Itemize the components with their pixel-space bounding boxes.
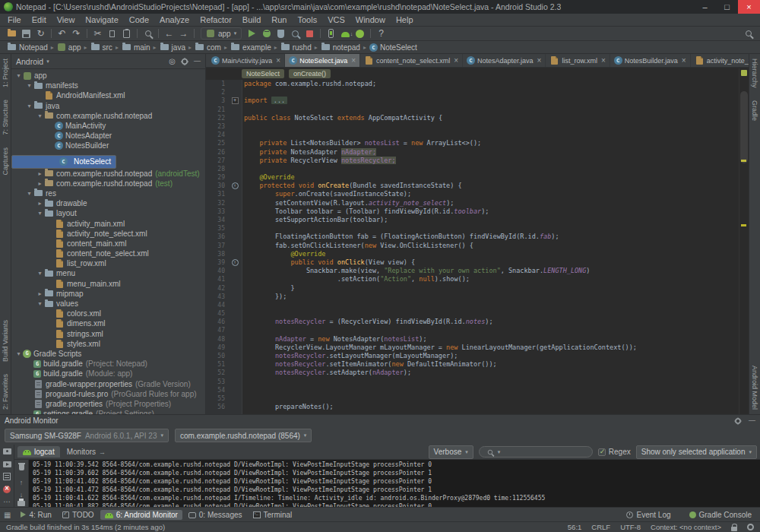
project-view-selector[interactable]: Android ▾: [16, 57, 49, 66]
editor-tab-list-row-xml[interactable]: list_row.xml×: [546, 54, 610, 67]
tool-button-1-project[interactable]: 1: Project: [2, 59, 9, 87]
tool-button-build-variants[interactable]: Build Variants: [2, 320, 9, 362]
tree-arrow-icon[interactable]: ▾: [36, 270, 44, 277]
code-line[interactable]: 36 FloatingActionButton fab = (FloatingA…: [206, 233, 739, 241]
tree-arrow-icon[interactable]: ▾: [36, 300, 44, 307]
monitor-tab-monitors[interactable]: Monitors→: [62, 446, 111, 458]
line-number[interactable]: 44: [206, 301, 228, 309]
menu-analyze[interactable]: Analyze: [154, 14, 195, 25]
tool-button-gradle[interactable]: Gradle: [751, 100, 758, 121]
terminate-application-button[interactable]: [2, 485, 13, 495]
memory-indicator-icon[interactable]: [747, 524, 754, 530]
tool-button-2-favorites[interactable]: 2: Favorites: [2, 374, 9, 410]
menu-edit[interactable]: Edit: [27, 14, 52, 25]
menu-run[interactable]: Run: [266, 14, 292, 25]
code-line[interactable]: 56 prepareNotes();: [206, 403, 739, 411]
locate-file-icon[interactable]: ◎: [169, 56, 176, 66]
tree-item-activity-note-select-xml[interactable]: activity_note_select.xml: [11, 229, 205, 239]
tree-item-notesbuilder[interactable]: NotesBuilder: [11, 141, 205, 150]
clear-logcat-button[interactable]: [16, 462, 27, 471]
code-line[interactable]: 47: [206, 326, 739, 334]
line-number[interactable]: 37: [206, 242, 228, 250]
menu-tools[interactable]: Tools: [292, 14, 322, 25]
line-number[interactable]: 41: [206, 275, 228, 283]
minimize-button[interactable]: –: [694, 0, 716, 14]
code-line[interactable]: 51 notesRecycler.setItemAnimator(new Def…: [206, 360, 739, 369]
code-line[interactable]: 30 protected void onCreate(Bundle savedI…: [206, 182, 739, 190]
tree-item-drawable[interactable]: ▸drawable: [11, 198, 205, 208]
close-icon[interactable]: ×: [276, 57, 280, 64]
tree-arrow-icon[interactable]: ▾: [14, 350, 23, 357]
scroll-up-button[interactable]: [16, 474, 27, 483]
tree-item-activity-main-xml[interactable]: activity_main.xml: [11, 218, 205, 228]
line-number[interactable]: 3: [206, 97, 228, 105]
tree-item-com-example-rushd-notepad[interactable]: ▾com.example.rushd.notepad: [11, 111, 205, 121]
tree-item-mipmap[interactable]: ▸mipmap: [11, 289, 205, 299]
breadcrumb-item-main[interactable]: main: [121, 43, 151, 52]
editor-tab-activity-note-select-xml[interactable]: activity_note_select.xml×: [691, 54, 749, 67]
menu-code[interactable]: Code: [124, 14, 154, 25]
stop-button[interactable]: [302, 27, 317, 40]
breadcrumb-chip-noteselect[interactable]: NoteSelect: [242, 69, 284, 78]
tree-item-values[interactable]: ▾values: [11, 299, 205, 309]
find-button[interactable]: [141, 27, 155, 40]
paste-button[interactable]: [119, 27, 134, 40]
sdk-button[interactable]: [338, 27, 353, 40]
scroll-down-button[interactable]: [16, 486, 27, 496]
line-number[interactable]: 49: [206, 344, 228, 352]
menu-refactor[interactable]: Refactor: [195, 14, 237, 25]
code-line[interactable]: 26 private NotesAdapter nAdapter;: [206, 148, 739, 157]
tool-button-hierarchy[interactable]: Hierarchy: [751, 59, 758, 88]
search-everywhere-button[interactable]: [741, 27, 755, 40]
breadcrumb-item-example[interactable]: example: [230, 43, 272, 52]
encoding-indicator[interactable]: UTF-8: [620, 523, 641, 531]
tree-item-content-main-xml[interactable]: content_main.xml: [11, 239, 205, 249]
line-number[interactable]: 23: [206, 122, 228, 131]
tree-item-list-row-xml[interactable]: list_row.xml: [11, 258, 205, 268]
line-number[interactable]: 28: [206, 165, 228, 173]
line-number[interactable]: 35: [206, 224, 228, 233]
error-stripe[interactable]: [739, 68, 749, 414]
tree-arrow-icon[interactable]: ▾: [36, 210, 44, 217]
save-button[interactable]: [19, 27, 33, 40]
tree-item-app[interactable]: ▾app: [11, 71, 205, 81]
tool-window-button-0-messages[interactable]: 0: Messages: [184, 510, 247, 520]
line-number[interactable]: 51: [206, 360, 228, 369]
breadcrumb-item-rushd[interactable]: rushd: [280, 43, 312, 52]
logcat-output[interactable]: 05-19 11:00:39.542 8564-8564/com.example…: [29, 460, 760, 507]
back-button[interactable]: ←: [162, 27, 176, 40]
menu-help[interactable]: Help: [391, 14, 419, 25]
settings-gear-icon[interactable]: [182, 59, 188, 65]
code-line[interactable]: 52 notesRecycler.setAdapter(nAdapter);: [206, 369, 739, 377]
close-icon[interactable]: ×: [454, 57, 458, 64]
code-line[interactable]: 43 });: [206, 293, 739, 301]
tree-item-notesadapter[interactable]: NotesAdapter: [11, 131, 205, 141]
editor-scrollbar[interactable]: [740, 91, 748, 163]
breadcrumb-item-notepad[interactable]: Notepad: [6, 43, 49, 52]
editor-tab-notesadapter-java[interactable]: NotesAdapter.java×: [463, 54, 546, 67]
logcat-search-input[interactable]: ▾: [479, 446, 593, 458]
code-line[interactable]: 3import ...: [206, 97, 739, 105]
logcat-filter-select[interactable]: Show only selected application ▾: [636, 445, 757, 459]
close-button[interactable]: ×: [738, 0, 760, 14]
screen-record-button[interactable]: [2, 460, 13, 470]
line-number[interactable]: 38: [206, 250, 228, 258]
line-number[interactable]: 42: [206, 284, 228, 293]
line-number[interactable]: 26: [206, 148, 228, 157]
attach-button[interactable]: [288, 27, 302, 40]
tree-item-mainactivity[interactable]: MainActivity: [11, 121, 205, 131]
inspection-indicator-icon[interactable]: [741, 70, 747, 76]
line-ending-indicator[interactable]: CRLF: [591, 523, 610, 531]
tree-arrow-icon[interactable]: ▸: [36, 200, 44, 207]
tree-arrow-icon[interactable]: ▸: [36, 180, 44, 187]
breadcrumb-item-java[interactable]: java: [159, 43, 186, 52]
code-line[interactable]: 54: [206, 386, 739, 394]
line-number[interactable]: 46: [206, 318, 228, 326]
device-select[interactable]: Samsung SM-G928F Android 6.0.1, API 23 ▾: [5, 429, 169, 442]
line-number[interactable]: 48: [206, 335, 228, 344]
maximize-button[interactable]: □: [716, 0, 738, 14]
code-line[interactable]: 21: [206, 106, 739, 114]
line-number[interactable]: 27: [206, 157, 228, 165]
code-line[interactable]: 34 setSupportActionBar(toolbar);: [206, 216, 739, 224]
code-line[interactable]: 2: [206, 88, 739, 97]
